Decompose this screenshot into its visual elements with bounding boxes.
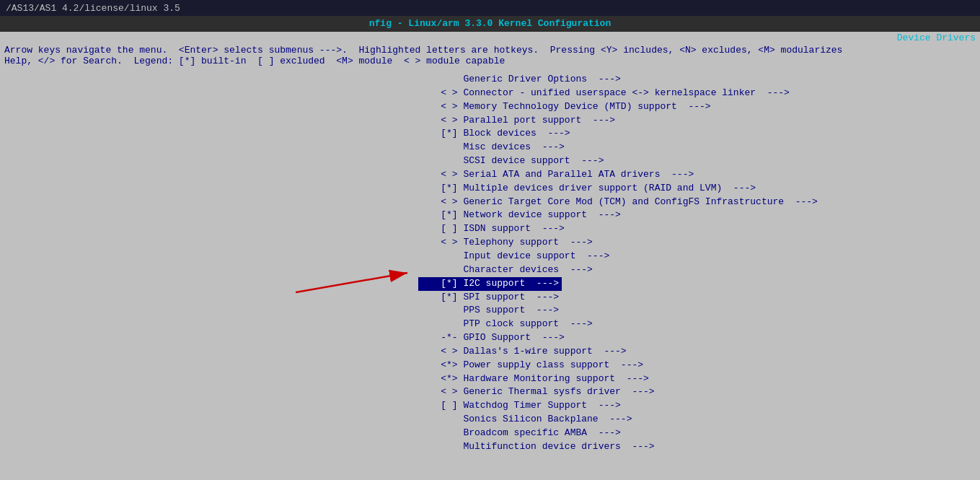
menu-item[interactable]: [ ] ISDN support --->: [0, 222, 980, 236]
menu-item[interactable]: < > Generic Target Core Mod (TCM) and Co…: [0, 196, 980, 209]
menu-item[interactable]: [*] SPI support --->: [0, 291, 980, 305]
menu-item[interactable]: < > Dallas's 1-wire support --->: [0, 345, 980, 359]
menu-item[interactable]: Character devices --->: [0, 263, 980, 277]
menu-item[interactable]: <*> Hardware Monitoring support --->: [0, 372, 980, 386]
menu-item[interactable]: [*] Multiple devices driver support (RAI…: [0, 182, 980, 196]
menu-item[interactable]: Misc devices --->: [0, 141, 980, 154]
help-line-2: Help, </> for Search. Legend: [*] built-…: [4, 56, 976, 66]
main-content: Generic Driver Options ---> < > Connecto…: [0, 69, 980, 480]
menu-item[interactable]: [*] Block devices --->: [0, 127, 980, 141]
menu-item[interactable]: [*] Network device support --->: [0, 209, 980, 222]
menu-item[interactable]: Input device support --->: [0, 250, 980, 263]
menu-item[interactable]: < > Memory Technology Device (MTD) suppo…: [0, 100, 980, 114]
menu-item[interactable]: <*> Power supply class support --->: [0, 359, 980, 372]
menu-item[interactable]: < > Generic Thermal sysfs driver --->: [0, 385, 980, 399]
help-area: Arrow keys navigate the menu. <Enter> se…: [0, 44, 980, 69]
menu-item[interactable]: PTP clock support --->: [0, 318, 980, 331]
menu-item[interactable]: [ ] Watchdog Timer Support --->: [0, 399, 980, 413]
menu-list: Generic Driver Options ---> < > Connecto…: [0, 73, 980, 454]
header-bar: nfig - Linux/arm 3.3.0 Kernel Configurat…: [0, 16, 980, 32]
menu-item[interactable]: Generic Driver Options --->: [0, 73, 980, 87]
menu-item[interactable]: Sonics Silicon Backplane --->: [0, 413, 980, 427]
menu-item[interactable]: PPS support --->: [0, 304, 980, 318]
section-label: Device Drivers: [897, 32, 976, 43]
menu-item[interactable]: Broadcom specific AMBA --->: [0, 427, 980, 440]
menu-item[interactable]: < > Parallel port support --->: [0, 114, 980, 128]
menu-item[interactable]: Multifunction device drivers --->: [0, 440, 980, 454]
menu-item[interactable]: -*- GPIO Support --->: [0, 331, 980, 345]
title-text: /AS13/AS1 4.2/license/linux 3.5: [6, 3, 180, 14]
menu-item[interactable]: < > Connector - unified userspace <-> ke…: [0, 87, 980, 100]
menu-item[interactable]: < > Serial ATA and Parallel ATA drivers …: [0, 168, 980, 182]
menu-item[interactable]: < > Telephony support --->: [0, 236, 980, 250]
menu-item[interactable]: SCSI device support --->: [0, 154, 980, 168]
title-bar: /AS13/AS1 4.2/license/linux 3.5: [0, 0, 980, 16]
help-line-1: Arrow keys navigate the menu. <Enter> se…: [4, 45, 976, 56]
header-text: nfig - Linux/arm 3.3.0 Kernel Configurat…: [369, 18, 611, 29]
